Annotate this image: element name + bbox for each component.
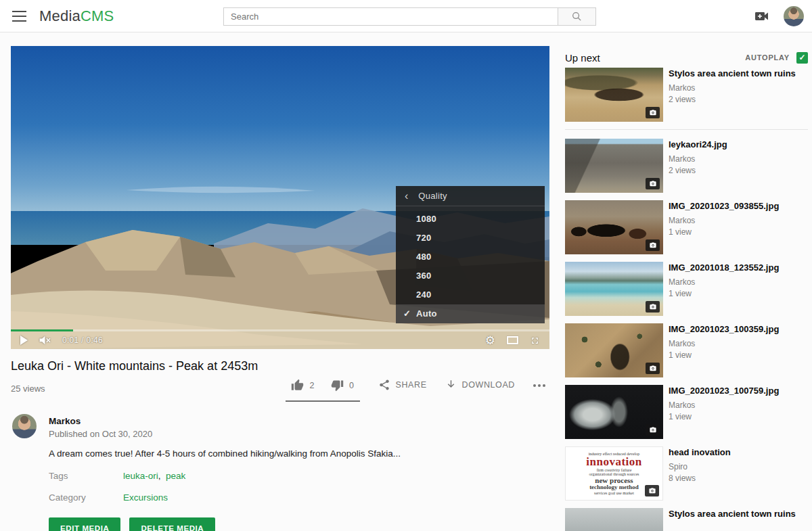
- quality-option-480[interactable]: 480: [396, 248, 545, 267]
- item-title[interactable]: IMG_20201023_093855.jpg: [669, 201, 779, 212]
- item-info: Stylos area ancient town ruins Markos 2 …: [669, 68, 796, 122]
- item-author: Markos: [669, 400, 779, 410]
- media-actions: 2 0 SHARE DOWNLOAD: [11, 376, 545, 402]
- item-title[interactable]: Stylos area ancient town ruins: [669, 509, 796, 520]
- wordcloud-main-text: innovation: [586, 456, 641, 468]
- image-media-badge: [646, 424, 660, 436]
- share-icon: [378, 379, 390, 391]
- tag-link-leuka-ori[interactable]: leuka-ori: [123, 471, 158, 481]
- autoplay-checkbox[interactable]: ✓: [796, 52, 808, 64]
- like-button[interactable]: 2: [291, 379, 315, 392]
- author-name[interactable]: Markos: [49, 416, 81, 426]
- thumbnail-wordcloud-image: industry effect reduced develop innovati…: [565, 446, 663, 501]
- delete-media-button[interactable]: DELETE MEDIA: [129, 517, 215, 531]
- header-actions: [754, 0, 804, 32]
- up-next-item-2[interactable]: leykaori24.jpg Markos 2 views: [565, 139, 808, 193]
- media-description: A dream comes true! After 4-5 hours of c…: [49, 448, 455, 459]
- item-author: Markos: [669, 83, 796, 93]
- share-button[interactable]: SHARE: [378, 376, 427, 391]
- quality-option-auto[interactable]: ✓ Auto: [396, 304, 545, 323]
- tag-separator: ,: [158, 471, 161, 481]
- thumb-up-icon: [291, 379, 304, 392]
- item-info: leykaori24.jpg Markos 2 views: [669, 139, 727, 193]
- quality-menu-title: Quality: [418, 191, 447, 201]
- item-title[interactable]: leykaori24.jpg: [669, 139, 727, 150]
- image-media-badge: [646, 301, 660, 313]
- dislike-button[interactable]: 0: [331, 379, 355, 392]
- camera-icon: [649, 109, 657, 116]
- item-views: 2 views: [669, 95, 796, 104]
- image-media-badge: [645, 485, 659, 497]
- quality-option-360[interactable]: 360: [396, 267, 545, 285]
- back-chevron-icon: ‹: [405, 191, 408, 202]
- up-next-item-3[interactable]: IMG_20201023_093855.jpg Markos 1 view: [565, 200, 808, 254]
- up-next-item-7[interactable]: industry effect reduced develop innovati…: [565, 446, 808, 501]
- share-label: SHARE: [396, 380, 427, 390]
- item-views: 8 views: [669, 474, 731, 483]
- image-media-badge: [646, 178, 660, 189]
- logo[interactable]: MediaCMS: [39, 7, 114, 25]
- user-avatar[interactable]: [784, 6, 804, 26]
- category-link-excursions[interactable]: Excursions: [123, 492, 168, 503]
- published-date: Published on Oct 30, 2020: [49, 429, 152, 439]
- item-title[interactable]: IMG_20201023_100759.jpg: [669, 386, 779, 396]
- check-icon: ✓: [798, 53, 805, 62]
- image-media-badge: [646, 363, 660, 374]
- author-avatar[interactable]: [12, 414, 37, 438]
- more-options-icon[interactable]: [533, 376, 545, 387]
- up-next-list: Stylos area ancient town ruins Markos 2 …: [565, 68, 808, 531]
- item-author: Markos: [669, 277, 779, 287]
- item-title[interactable]: IMG_20201018_123552.jpg: [669, 262, 779, 273]
- quality-menu-back[interactable]: ‹ Quality: [396, 186, 545, 206]
- download-button[interactable]: DOWNLOAD: [445, 376, 515, 390]
- up-next-item-1[interactable]: Stylos area ancient town ruins Markos 2 …: [565, 68, 808, 122]
- image-media-badge: [646, 239, 660, 251]
- tag-link-peak[interactable]: peak: [166, 471, 185, 481]
- upload-media-icon[interactable]: [754, 9, 770, 23]
- camera-icon: [649, 241, 657, 249]
- search-bar: [223, 7, 596, 26]
- search-input[interactable]: [223, 7, 558, 26]
- thumbnail-image: [565, 68, 663, 122]
- edit-media-button[interactable]: EDIT MEDIA: [49, 517, 120, 531]
- quality-option-auto-label: Auto: [416, 308, 437, 319]
- menu-icon[interactable]: [12, 11, 26, 22]
- quality-option-1080[interactable]: 1080: [396, 210, 545, 229]
- settings-gear-icon[interactable]: ⚙: [485, 335, 495, 346]
- quality-menu: ‹ Quality 1080 720 480 360 240 ✓ Auto: [396, 186, 545, 323]
- up-next-item-8[interactable]: Stylos area ancient town ruins: [565, 508, 808, 531]
- quality-option-240[interactable]: 240: [396, 285, 545, 304]
- item-author: Markos: [669, 216, 779, 225]
- up-next-item-6[interactable]: IMG_20201023_100759.jpg Markos 1 view: [565, 385, 808, 439]
- wordcloud-text: technology method: [589, 484, 639, 490]
- item-title[interactable]: IMG_20201023_100359.jpg: [669, 324, 779, 335]
- item-info: IMG_20201023_093855.jpg Markos 1 view: [669, 200, 779, 254]
- image-media-badge: [646, 107, 660, 118]
- quality-option-720[interactable]: 720: [396, 229, 545, 248]
- video-player[interactable]: ‹ Quality 1080 720 480 360 240 ✓ Auto: [11, 46, 549, 349]
- theater-mode-button[interactable]: [507, 336, 518, 344]
- play-button[interactable]: [20, 336, 28, 345]
- item-info: IMG_20201023_100359.jpg Markos 1 view: [669, 323, 779, 377]
- up-next-item-5[interactable]: IMG_20201023_100359.jpg Markos 1 view: [565, 323, 808, 377]
- up-next-item-4[interactable]: IMG_20201018_123552.jpg Markos 1 view: [565, 262, 808, 316]
- fullscreen-button[interactable]: [530, 336, 540, 346]
- thumb-down-icon: [331, 379, 344, 392]
- search-button[interactable]: [558, 7, 596, 26]
- camera-icon: [649, 426, 657, 434]
- sidebar-header: Up next AUTOPLAY ✓: [565, 47, 808, 68]
- item-views: 1 view: [669, 289, 779, 298]
- like-count: 2: [309, 381, 315, 390]
- camera-icon: [649, 365, 657, 372]
- item-title[interactable]: Stylos area ancient town ruins: [669, 68, 796, 79]
- fullscreen-icon: [530, 336, 540, 346]
- category-label: Category: [49, 492, 86, 503]
- download-icon: [445, 379, 457, 390]
- camera-icon: [649, 303, 657, 310]
- mute-button[interactable]: [39, 335, 51, 346]
- item-title[interactable]: head inovation: [669, 447, 731, 458]
- tags-label: Tags: [49, 471, 68, 481]
- player-controls: 0:01 / 0:46 ⚙: [11, 331, 549, 349]
- player-controls-right: ⚙: [485, 335, 540, 346]
- item-info: IMG_20201023_100759.jpg Markos 1 view: [669, 385, 779, 439]
